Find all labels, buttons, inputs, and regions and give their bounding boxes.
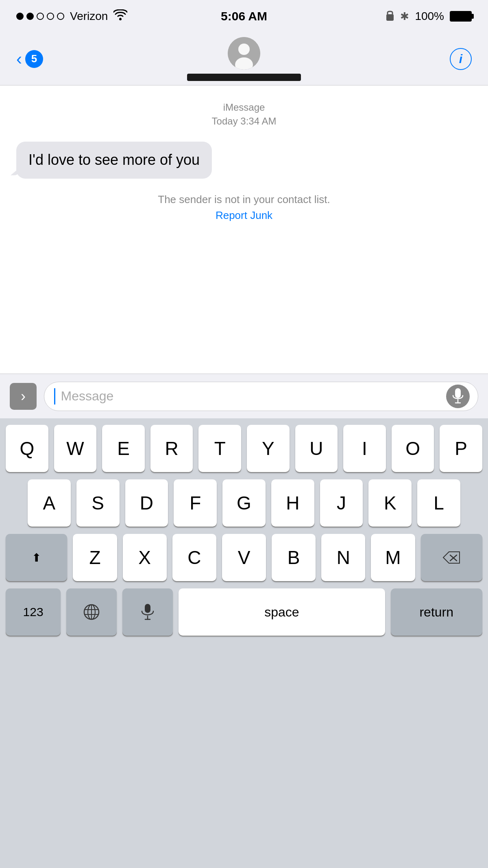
key-g[interactable]: G [222,479,266,527]
key-l[interactable]: L [417,479,460,527]
shift-key[interactable]: ⬆ [6,534,67,581]
svg-rect-15 [145,604,150,613]
service-label: iMessage [223,102,265,113]
key-h[interactable]: H [271,479,314,527]
info-icon: i [459,52,462,66]
status-left: Verizon [16,9,127,24]
backspace-key[interactable] [421,534,482,581]
wifi-icon [113,9,127,24]
battery-percentage: 100% [415,10,444,23]
keyboard: Q W E R T Y U I O P A S D F G H J K L ⬆ … [0,418,488,868]
key-k[interactable]: K [368,479,412,527]
return-key[interactable]: return [391,588,482,636]
lock-icon [386,9,394,23]
expand-button[interactable]: › [10,383,37,410]
message-timestamp: Today 3:34 AM [16,116,472,127]
key-p[interactable]: P [440,425,482,472]
input-bar: › Message [0,374,488,418]
back-chevron-icon: ‹ [16,50,22,68]
nav-center[interactable] [187,37,301,81]
key-c[interactable]: C [172,534,216,581]
bluetooth-icon: ✱ [400,10,409,23]
junk-notice-text: The sender is not in your contact list. [16,193,472,206]
report-junk-link[interactable]: Report Junk [216,209,272,221]
contact-name-redacted [187,74,301,81]
battery-icon [450,11,472,22]
signal-dot-5 [57,13,64,20]
key-a[interactable]: A [28,479,71,527]
key-x[interactable]: X [123,534,167,581]
svg-rect-1 [386,14,394,21]
globe-key[interactable] [66,588,117,636]
timestamp-text: Today 3:34 AM [212,116,277,127]
text-cursor [54,388,55,404]
message-input[interactable]: Message [61,389,441,404]
key-d[interactable]: D [125,479,168,527]
svg-rect-5 [455,388,461,398]
svg-point-3 [238,44,250,55]
nav-bar: ‹ 5 i [0,33,488,85]
key-f[interactable]: F [174,479,217,527]
keyboard-mic-key[interactable] [122,588,173,636]
svg-point-0 [119,18,122,20]
junk-notice: The sender is not in your contact list. … [16,193,472,222]
messages-area: iMessage Today 3:34 AM I'd love to see m… [0,85,488,222]
signal-dot-1 [16,13,24,20]
key-r[interactable]: R [150,425,193,472]
imessage-label: iMessage [16,102,472,113]
key-u[interactable]: U [295,425,338,472]
message-input-wrapper[interactable]: Message [44,382,478,411]
key-y[interactable]: Y [247,425,290,472]
keyboard-rows: Q W E R T Y U I O P A S D F G H J K L ⬆ … [0,418,488,581]
space-key[interactable]: space [179,588,385,636]
key-w[interactable]: W [54,425,97,472]
mic-button[interactable] [446,385,470,408]
key-n[interactable]: N [321,534,365,581]
message-text: I'd love to see more of you [28,151,200,168]
key-b[interactable]: B [272,534,316,581]
key-e[interactable]: E [102,425,145,472]
key-i[interactable]: I [343,425,386,472]
status-right: ✱ 100% [386,9,472,23]
key-q[interactable]: Q [6,425,48,472]
key-s[interactable]: S [76,479,120,527]
key-j[interactable]: J [320,479,363,527]
avatar [228,37,260,70]
status-bar: Verizon 5:06 AM ✱ 100% [0,0,488,33]
key-o[interactable]: O [392,425,434,472]
back-badge-count: 5 [25,50,43,68]
signal-dot-2 [26,13,34,20]
key-v[interactable]: V [222,534,266,581]
keyboard-bottom-row: 123 space return [0,588,488,636]
received-message-bubble: I'd love to see more of you [16,142,212,179]
keyboard-row-3: ⬆ Z X C V B N M [6,534,482,581]
signal-dot-4 [47,13,54,20]
keyboard-row-1: Q W E R T Y U I O P [6,425,482,472]
message-row: I'd love to see more of you [16,142,472,179]
carrier-label: Verizon [70,10,108,23]
numbers-key[interactable]: 123 [6,588,61,636]
key-t[interactable]: T [198,425,241,472]
expand-icon: › [21,388,26,405]
signal-dot-3 [37,13,44,20]
key-z[interactable]: Z [73,534,117,581]
signal-dots [16,13,64,20]
status-time: 5:06 AM [221,9,267,23]
key-m[interactable]: M [371,534,415,581]
back-button[interactable]: ‹ 5 [16,50,43,68]
info-button[interactable]: i [450,48,472,70]
keyboard-row-2: A S D F G H J K L [6,479,482,527]
